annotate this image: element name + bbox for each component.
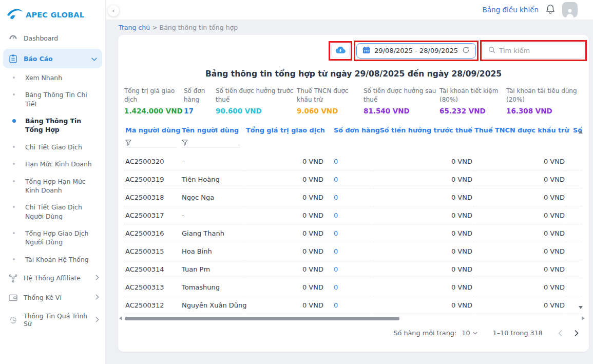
horizontal-scroll-track[interactable] [124, 317, 580, 320]
sidebar-item-bang-thong-tin-tong-hop[interactable]: Bảng Thông Tin Tổng Hợp [0, 112, 105, 139]
data-table: Mã người dùng Tên người dùng Tổng giá tr… [124, 122, 583, 315]
wallet-icon [8, 293, 17, 302]
gauge-icon [8, 33, 17, 43]
bullet-dot-icon [13, 180, 15, 182]
report-card: 29/08/2025 - 28/09/2025 [118, 35, 589, 352]
toolbar: 29/08/2025 - 28/09/2025 [118, 35, 589, 61]
column-header-user-code[interactable]: Mã người dùng [124, 122, 181, 137]
bullet-dot-icon [13, 163, 15, 165]
daterange-highlight-box: 29/08/2025 - 28/09/2025 [354, 41, 479, 61]
rows-per-page-select[interactable]: 10 [462, 329, 477, 337]
sidebar-item-thong-ke-vi[interactable]: Thống Kê Ví [0, 288, 105, 307]
sidebar-item-xem-nhanh[interactable]: Xem Nhanh [0, 69, 105, 86]
table-row[interactable]: AC2500312 Nguyễn Xuân Dũng 0 VND 0 0 VND… [124, 296, 583, 314]
chevron-down-icon [91, 55, 97, 63]
history-icon [8, 315, 17, 324]
summary-stats: Tổng trị giá giao dịch 1.424.000 VND Số … [124, 87, 585, 115]
column-header-pre-tax[interactable]: Số tiền hưởng trước thuế [373, 122, 473, 137]
search-field [483, 43, 584, 59]
column-header-tax[interactable]: Thuế TNCN được khấu trừ [473, 122, 566, 137]
sidebar: APEC GLOBAL Dashboard Báo Cáo [0, 0, 106, 364]
sidebar-item-tai-khoan-he-thong[interactable]: Tài Khoản Hệ Thống [0, 251, 105, 268]
table-row[interactable]: AC2500314 Tuan Pm 0 VND 0 0 VND 0 VND [124, 260, 583, 278]
cloud-download-icon [335, 46, 346, 55]
scroll-right-arrow-icon[interactable] [582, 316, 585, 320]
dashboard-link[interactable]: Bảng điều khiển [483, 6, 539, 14]
pagination-range: 1–10 trong 318 [493, 329, 543, 337]
brand-logo[interactable]: APEC GLOBAL [0, 0, 105, 28]
table-row[interactable]: AC2500318 Ngọc Nga 0 VND 0 0 VND 0 VND [124, 188, 583, 206]
brand-name: APEC GLOBAL [26, 11, 84, 19]
column-header-order-count[interactable]: Số đơn hàng [324, 122, 373, 137]
export-button[interactable] [331, 44, 350, 58]
sidebar-item-tong-hop-giao-dich-nguoi-dung[interactable]: Tổng Hợp Giao Dịch Người Dùng [0, 225, 105, 251]
next-page-button[interactable] [575, 330, 579, 336]
chevron-down-icon [473, 332, 477, 335]
refresh-icon[interactable] [462, 46, 470, 55]
sidebar-collapse-button[interactable]: ‹ [108, 5, 119, 16]
topbar: Bảng điều khiển [106, 0, 593, 20]
bullet-dot-icon [13, 76, 15, 79]
sidebar-item-label: Dashboard [24, 34, 58, 42]
calendar-icon [362, 46, 370, 55]
table-row[interactable]: AC2500319 Tiên Hoàng 0 VND 0 0 VND 0 VND [124, 170, 583, 188]
bullet-dot-icon [13, 232, 15, 234]
pagination: Số hàng mỗi trang: 10 1–10 trong 318 [118, 329, 579, 337]
horizontal-scroll-thumb[interactable] [125, 317, 399, 320]
column-header-user-name[interactable]: Tên người dùng [181, 122, 245, 137]
scroll-up-arrow-icon[interactable] [579, 130, 583, 133]
date-range-value: 29/08/2025 - 28/09/2025 [374, 47, 458, 54]
clipboard-icon [8, 54, 17, 63]
breadcrumb: Trang chủ > Bảng thông tin tổng hợp [119, 24, 238, 31]
sidebar-item-bang-thong-tin-chi-tiet[interactable]: Bảng Thông Tin Chi Tiết [0, 86, 105, 112]
search-icon [488, 46, 495, 55]
rows-per-page-label: Số hàng mỗi trang: [393, 329, 456, 337]
filter-user-name[interactable] [182, 137, 240, 147]
sidebar-item-chi-tiet-giao-dich-nguoi-dung[interactable]: Chi Tiết Giao Dịch Người Dùng [0, 199, 105, 225]
stat-tax-deducted: Thuế TNCN được khấu trừ 9.060 VND [297, 87, 360, 115]
sidebar-item-tong-hop-han-muc-kinh-doanh[interactable]: Tổng Hợp Hạn Mức Kinh Doanh [0, 173, 105, 199]
table-row[interactable]: AC2500317 - 0 VND 0 0 VND 0 VND [124, 206, 583, 224]
notification-bell-icon[interactable] [546, 4, 555, 16]
brand-swoosh-icon [7, 8, 23, 22]
user-avatar[interactable] [562, 2, 578, 17]
network-icon [8, 273, 17, 282]
filter-user-code[interactable] [125, 137, 177, 147]
chevron-right-icon [95, 274, 99, 282]
sidebar-item-chi-tiet-giao-dich[interactable]: Chi Tiết Giao Dịch [0, 139, 105, 156]
sidebar-item-han-muc-kinh-doanh[interactable]: Hạn Mức Kinh Doanh [0, 156, 105, 173]
sidebar-item-bao-cao[interactable]: Báo Cáo [3, 49, 102, 68]
bullet-dot-icon [13, 93, 15, 95]
chevron-right-icon [95, 294, 99, 301]
table-row[interactable]: AC2500316 Giang Thanh 0 VND 0 0 VND 0 VN… [124, 224, 583, 242]
breadcrumb-current: Bảng thông tin tổng hợp [160, 24, 238, 31]
sidebar-item-thong-tin-qua-trinh-su[interactable]: Thông Tin Quá Trình Sử [0, 307, 105, 333]
prev-page-button[interactable] [558, 330, 562, 336]
scroll-down-arrow-icon[interactable] [579, 306, 583, 309]
sidebar-item-he-thong-affiliate[interactable]: Hệ Thống Affiliate [0, 268, 105, 288]
data-table-wrap: Mã người dùng Tên người dùng Tổng giá tr… [124, 122, 583, 315]
stat-total-value: Tổng trị giá giao dịch 1.424.000 VND [124, 87, 181, 115]
report-title: Bảng thông tin tổng hợp từ ngày 29/08/20… [118, 69, 589, 79]
stat-order-count: Số đơn hàng 17 [184, 87, 213, 115]
bullet-dot-icon [12, 119, 16, 123]
breadcrumb-separator: > [152, 24, 157, 31]
date-range-picker[interactable]: 29/08/2025 - 28/09/2025 [356, 43, 476, 59]
search-highlight-box [480, 40, 587, 61]
scroll-left-arrow-icon[interactable] [119, 316, 122, 320]
horizontal-scrollbar [119, 316, 585, 321]
stat-pre-tax-earning: Số tiền được hưởng trước thuế 90.600 VND [216, 87, 294, 115]
breadcrumb-home-link[interactable]: Trang chủ [119, 24, 150, 31]
table-row[interactable]: AC2500313 Tomashung 0 VND 0 0 VND 0 VND [124, 278, 583, 296]
table-row[interactable]: AC2500315 Hoa Binh 0 VND 0 0 VND 0 VND [124, 242, 583, 260]
search-input[interactable] [499, 47, 576, 54]
stat-respend-account: Tài khoản tái tiêu dùng (20%) 16.308 VND [506, 87, 583, 115]
sidebar-item-dashboard[interactable]: Dashboard [0, 28, 105, 48]
table-row[interactable]: AC2500320 - 0 VND 0 0 VND 0 VND [124, 152, 583, 170]
column-header-total-value[interactable]: Tổng giá trị giao dịch [245, 122, 324, 137]
stat-post-tax-earning: Số tiền được hưởng sau thuế 81.540 VND [364, 87, 436, 115]
funnel-icon [125, 140, 131, 146]
chevron-right-icon [95, 316, 99, 324]
stat-savings-account: Tài khoản tiết kiệm (80%) 65.232 VND [439, 87, 503, 115]
bullet-dot-icon [13, 206, 15, 208]
